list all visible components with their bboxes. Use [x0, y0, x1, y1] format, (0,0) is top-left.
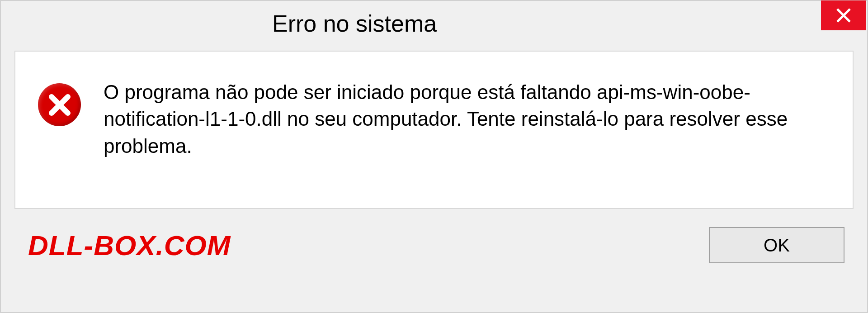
title-bar: Erro no sistema: [1, 1, 867, 46]
watermark-text: DLL-BOX.COM: [28, 229, 231, 261]
error-icon: [38, 83, 81, 126]
dialog-title: Erro no sistema: [272, 10, 437, 37]
ok-button[interactable]: OK: [709, 227, 844, 263]
close-button[interactable]: [821, 0, 866, 30]
footer-row: DLL-BOX.COM OK: [1, 218, 867, 277]
error-dialog: Erro no sistema O programa não pode ser …: [0, 0, 868, 313]
close-icon: [835, 7, 852, 24]
content-panel: O programa não pode ser iniciado porque …: [14, 51, 854, 209]
error-message: O programa não pode ser iniciado porque …: [104, 79, 809, 159]
